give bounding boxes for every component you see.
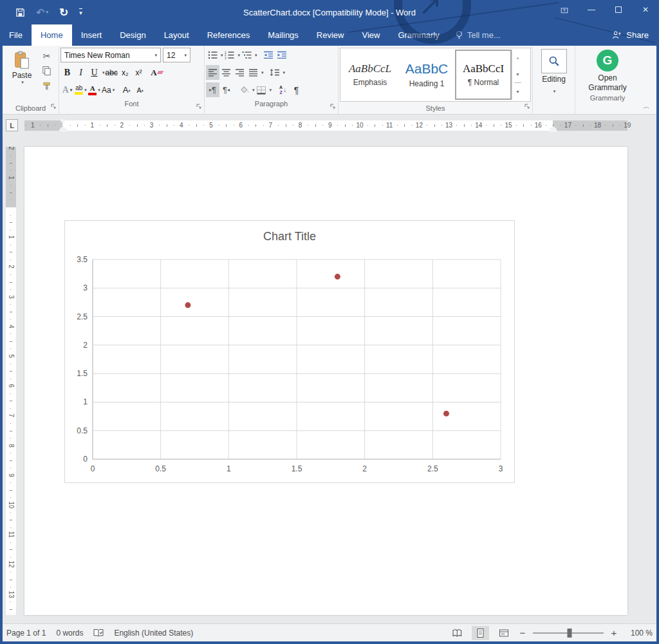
grow-font-button[interactable]: A▴ xyxy=(120,82,133,97)
highlight-color-bar xyxy=(75,92,83,95)
font-family-combobox[interactable]: Times New Roman ▾ xyxy=(60,48,161,62)
customize-quick-access-toolbar-icon[interactable]: ▾ xyxy=(79,8,82,16)
style-heading-1[interactable]: AaBbC Heading 1 xyxy=(398,50,455,100)
bullets-icon[interactable] xyxy=(206,48,219,62)
style-normal[interactable]: AaBbCcI ¶ Normal xyxy=(455,50,512,100)
language-indicator[interactable]: English (United States) xyxy=(114,629,193,638)
highlight-color-button[interactable]: ab ▾ xyxy=(74,82,88,97)
tab-design[interactable]: Design xyxy=(111,24,154,46)
multilevel-list-icon[interactable] xyxy=(240,48,254,62)
cut-icon[interactable]: ✂ xyxy=(40,50,53,62)
editing-button[interactable] xyxy=(541,49,567,73)
justify-icon[interactable] xyxy=(246,65,260,80)
zoom-slider[interactable] xyxy=(533,632,604,634)
open-grammarly-button[interactable]: G Open Grammarly xyxy=(588,47,626,93)
chevron-down-icon: ▾ xyxy=(184,53,187,58)
document-area: 2112345678910111213 Chart Title 00.511.5… xyxy=(3,137,656,623)
style-emphasis[interactable]: AaBbCcL Emphasis xyxy=(342,50,398,100)
zoom-out-icon[interactable]: − xyxy=(518,627,527,638)
shading-icon[interactable] xyxy=(237,82,251,97)
right-to-left-paragraph-icon[interactable]: ¶◂ xyxy=(219,82,233,97)
svg-text:3: 3 xyxy=(83,283,88,292)
font-color-button[interactable]: A ▾ xyxy=(88,82,101,97)
print-layout-icon[interactable] xyxy=(472,626,489,640)
collapse-ribbon-icon[interactable]: ︿ xyxy=(643,102,650,111)
page-indicator[interactable]: Page 1 of 1 xyxy=(6,629,46,638)
tab-insert[interactable]: Insert xyxy=(72,24,111,46)
shrink-font-button[interactable]: A▴ xyxy=(133,82,147,97)
tab-home[interactable]: Home xyxy=(32,24,72,46)
left-indent-marker[interactable] xyxy=(59,129,66,132)
word-count[interactable]: 0 words xyxy=(56,629,83,638)
text-effects-button[interactable]: A▾ xyxy=(60,82,74,97)
close-icon[interactable]: ✕ xyxy=(632,0,659,19)
svg-text:0.5: 0.5 xyxy=(77,426,88,435)
zoom-in-icon[interactable]: + xyxy=(609,627,618,638)
scatter-chart-object[interactable]: Chart Title 00.511.522.5300.511.522.533.… xyxy=(64,220,515,483)
increase-indent-icon[interactable] xyxy=(275,48,289,62)
styles-gallery-scroll: ▲ ▼ ▼ xyxy=(512,50,523,100)
styles-scroll-down-icon[interactable]: ▼ xyxy=(512,66,523,83)
styles-gallery: AaBbCcL Emphasis AaBbC Heading 1 AaBbCcI… xyxy=(340,48,531,102)
paragraph-group-label: Paragraph xyxy=(206,99,337,109)
subscript-button[interactable]: x₂ xyxy=(118,65,132,80)
ribbon: Paste ▾ ✂ Clipboard xyxy=(3,46,656,115)
paragraph-dialog-launcher-icon[interactable] xyxy=(330,100,336,112)
align-left-icon[interactable] xyxy=(206,65,219,80)
read-mode-icon[interactable] xyxy=(449,626,466,640)
align-right-icon[interactable] xyxy=(233,65,246,80)
minimize-icon[interactable]: — xyxy=(578,0,605,19)
paste-button[interactable]: Paste ▾ xyxy=(4,47,40,103)
copy-icon[interactable] xyxy=(40,64,53,77)
line-spacing-icon[interactable] xyxy=(268,65,282,80)
document-page[interactable]: Chart Title 00.511.522.5300.511.522.533.… xyxy=(24,147,627,615)
eraser-icon xyxy=(156,71,163,74)
left-to-right-paragraph-icon[interactable]: ▸¶ xyxy=(206,82,219,97)
ribbon-display-options-icon[interactable] xyxy=(551,0,578,19)
superscript-button[interactable]: x² xyxy=(132,65,145,80)
styles-dialog-launcher-icon[interactable] xyxy=(524,100,530,112)
format-painter-icon[interactable] xyxy=(40,79,53,92)
tell-me-label: Tell me... xyxy=(467,30,501,40)
decrease-indent-icon[interactable] xyxy=(262,48,275,62)
undo-icon[interactable]: ↶▾ xyxy=(36,6,48,19)
tab-stop-selector[interactable]: L xyxy=(6,119,18,131)
search-icon xyxy=(548,55,560,67)
align-center-icon[interactable] xyxy=(219,65,233,80)
maximize-icon[interactable] xyxy=(605,0,632,19)
tab-mailings[interactable]: Mailings xyxy=(259,24,308,46)
font-size-combobox[interactable]: 12 ▾ xyxy=(163,48,190,62)
web-layout-icon[interactable] xyxy=(495,626,512,640)
style-preview: AaBbCcL xyxy=(349,62,391,75)
show-paragraph-marks-icon[interactable]: ¶ xyxy=(290,82,303,97)
svg-text:2: 2 xyxy=(362,464,367,473)
svg-text:1.5: 1.5 xyxy=(292,464,302,473)
redo-icon[interactable]: ↻ xyxy=(59,6,68,19)
bold-button[interactable]: B xyxy=(60,65,74,80)
svg-text:0: 0 xyxy=(91,464,95,473)
italic-button[interactable]: I xyxy=(74,65,88,80)
share-button[interactable]: Share xyxy=(602,24,659,46)
status-bar: Page 1 of 1 0 words English (United Stat… xyxy=(0,623,659,641)
numbering-icon[interactable]: 123 xyxy=(223,48,237,62)
tab-review[interactable]: Review xyxy=(308,24,353,46)
tab-layout[interactable]: Layout xyxy=(155,24,198,46)
svg-text:1.5: 1.5 xyxy=(77,369,88,378)
sort-icon[interactable]: AZ ↓ xyxy=(276,82,290,97)
font-dialog-launcher-icon[interactable] xyxy=(196,100,202,112)
proofing-status-icon[interactable] xyxy=(93,629,104,637)
styles-more-icon[interactable]: ▼ xyxy=(514,82,521,100)
clipboard-dialog-launcher-icon[interactable] xyxy=(50,100,57,112)
zoom-slider-handle[interactable] xyxy=(568,629,572,638)
zoom-level[interactable]: 100 % xyxy=(624,629,653,638)
change-case-button[interactable]: Aa▾ xyxy=(101,82,115,97)
clear-formatting-button[interactable]: A xyxy=(150,65,163,80)
save-icon[interactable] xyxy=(15,8,25,17)
editing-caret-icon[interactable]: ▾ xyxy=(553,89,556,93)
strikethrough-button[interactable]: abc xyxy=(105,65,118,80)
borders-icon[interactable] xyxy=(255,82,268,97)
tab-file[interactable]: File xyxy=(0,24,32,46)
styles-scroll-up-icon[interactable]: ▲ xyxy=(512,50,523,66)
tab-references[interactable]: References xyxy=(198,24,259,46)
underline-button[interactable]: U xyxy=(88,65,101,80)
